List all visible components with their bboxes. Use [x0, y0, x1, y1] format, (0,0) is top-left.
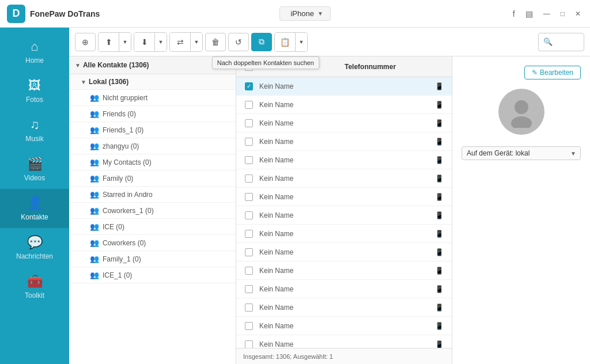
row-checkbox-0[interactable]	[241, 82, 257, 90]
device-icon: 📱	[431, 101, 447, 109]
add-button[interactable]: ⊕	[75, 33, 96, 51]
checkbox[interactable]	[245, 156, 253, 164]
sidebar-item-toolkit[interactable]: 🧰 Toolkit	[0, 267, 69, 306]
group-item-family1[interactable]: 👥 Family_1 (0)	[69, 251, 236, 267]
search-icon: 🔍	[543, 37, 553, 46]
edit-button[interactable]: ✎ Bearbeiten	[524, 66, 581, 79]
checkbox[interactable]	[245, 101, 253, 109]
table-row[interactable]: Kein Name 📱	[236, 169, 452, 188]
sidebar-item-home[interactable]: ⌂ Home	[0, 32, 69, 71]
facebook-icon[interactable]: f	[510, 7, 517, 21]
column-header-phone[interactable]: Telefonnummer	[345, 63, 431, 71]
checkbox[interactable]	[245, 322, 253, 330]
transfer-dropdown-button[interactable]: ▼	[191, 33, 202, 51]
table-row[interactable]: Kein Name 📱	[236, 317, 452, 335]
copy-contacts-button[interactable]: ⧉	[251, 33, 272, 51]
group-icon: 👥	[90, 206, 99, 215]
find-duplicates-button[interactable]: 📋	[275, 33, 296, 51]
group-item-coworkers1[interactable]: 👥 Coworkers_1 (0)	[69, 203, 236, 219]
sidebar-item-fotos[interactable]: 🖼 Fotos	[0, 71, 69, 111]
group-icon: 👥	[90, 158, 99, 166]
checkbox[interactable]	[245, 267, 253, 275]
sidebar-item-label-nachrichten: Nachrichten	[16, 252, 53, 260]
group-name: Family_1 (0)	[103, 255, 141, 263]
export-dropdown-button[interactable]: ▼	[155, 33, 167, 51]
table-row[interactable]: Kein Name 📱	[236, 151, 452, 169]
group-item-friends[interactable]: 👥 Friends (0)	[69, 106, 236, 122]
checkbox[interactable]	[245, 193, 253, 201]
group-name: Nicht gruppiert	[103, 94, 148, 102]
checkbox[interactable]	[245, 82, 253, 90]
checkbox[interactable]	[245, 248, 253, 256]
group-item-zhangyu[interactable]: 👥 zhangyu (0)	[69, 138, 236, 154]
refresh-icon: ↺	[235, 37, 242, 47]
group-item-family[interactable]: 👥 Family (0)	[69, 170, 236, 187]
sidebar-item-label-kontakte: Kontakte	[21, 213, 48, 221]
maximize-icon[interactable]: □	[558, 9, 567, 19]
minimize-icon[interactable]: —	[541, 9, 553, 19]
sidebar-item-musik[interactable]: ♫ Musik	[0, 111, 69, 150]
group-item-coworkers[interactable]: 👥 Coworkers (0)	[69, 235, 236, 251]
table-row[interactable]: Kein Name 📱	[236, 225, 452, 243]
sidebar-item-videos[interactable]: 🎬 Videos	[0, 150, 69, 189]
group-icon: 👥	[90, 93, 99, 102]
table-row[interactable]: Kein Name 📱	[236, 298, 452, 317]
export-button[interactable]: ⬇	[134, 33, 155, 51]
checkbox[interactable]	[245, 340, 253, 348]
import-button[interactable]: ⬆	[99, 33, 119, 51]
find-dup-chevron-icon: ▼	[299, 39, 304, 45]
table-row[interactable]: Kein Name 📱	[236, 261, 452, 280]
checkbox[interactable]	[245, 211, 253, 219]
table-row[interactable]: Kein Name 📱	[236, 206, 452, 225]
close-icon[interactable]: ✕	[573, 9, 583, 19]
contact-list: Kein Name 📱 Kein Name 📱 Kein Name	[236, 77, 452, 348]
group-item-starred[interactable]: 👥 Starred in Andro	[69, 187, 236, 203]
checkbox[interactable]	[245, 285, 253, 293]
group-item-ice[interactable]: 👥 ICE (0)	[69, 219, 236, 235]
group-item-ice1[interactable]: 👥 ICE_1 (0)	[69, 267, 236, 283]
music-icon: ♫	[30, 117, 40, 132]
device-icon: 📱	[431, 211, 447, 219]
group-item-mycontacts[interactable]: 👥 My Contacts (0)	[69, 154, 236, 170]
status-bar: Insgesamt: 1306; Ausgewählt: 1	[236, 348, 452, 364]
checkbox[interactable]	[245, 119, 253, 127]
checkbox[interactable]	[245, 304, 253, 312]
sidebar-item-nachrichten[interactable]: 💬 Nachrichten	[0, 228, 69, 267]
device-selector[interactable]: iPhone ▼	[279, 6, 330, 21]
device-select[interactable]: Auf dem Gerät: lokal	[462, 146, 581, 160]
contact-list-panel: Name ▲ Telefonnummer Kein Name	[236, 56, 452, 364]
delete-button[interactable]: 🗑	[205, 33, 226, 51]
table-row[interactable]: Kein Name 📱	[236, 132, 452, 151]
checkbox[interactable]	[245, 175, 253, 183]
transfer-button[interactable]: ⇄	[170, 33, 191, 51]
table-row[interactable]: Kein Name 📱	[236, 188, 452, 206]
group-item-nicht-gruppiert[interactable]: 👥 Nicht gruppiert	[69, 90, 236, 106]
table-row[interactable]: Kein Name 📱	[236, 243, 452, 261]
local-collapse-icon: ▼	[81, 79, 86, 85]
sidebar-item-label-home: Home	[25, 56, 44, 65]
find-duplicates-group: 📋 ▼ Nach doppelten Kontakten suchen	[274, 32, 308, 52]
message-icon[interactable]: ▤	[523, 7, 535, 21]
local-label: Lokal (1306)	[89, 78, 128, 86]
group-name: zhangyu (0)	[103, 142, 139, 150]
home-icon: ⌂	[31, 39, 38, 54]
group-name: Coworkers (0)	[103, 239, 146, 247]
transfer-chevron-icon: ▼	[194, 39, 199, 45]
checkbox[interactable]	[245, 138, 253, 146]
checkbox[interactable]	[245, 230, 253, 238]
group-item-friends1[interactable]: 👥 Friends_1 (0)	[69, 122, 236, 138]
import-dropdown-button[interactable]: ▼	[119, 33, 131, 51]
table-row[interactable]: Kein Name 📱	[236, 114, 452, 132]
search-box[interactable]: 🔍	[538, 33, 584, 51]
sidebar-item-kontakte[interactable]: 👤 Kontakte	[0, 189, 69, 228]
table-row[interactable]: Kein Name 📱	[236, 335, 452, 348]
table-row[interactable]: Kein Name 📱	[236, 280, 452, 298]
all-contacts-header[interactable]: ▼ Alle Kontakte (1306)	[69, 56, 236, 74]
find-dup-dropdown-button[interactable]: ▼	[296, 33, 307, 51]
refresh-button[interactable]: ↺	[228, 33, 249, 51]
table-row[interactable]: Kein Name 📱	[236, 96, 452, 114]
table-row[interactable]: Kein Name 📱	[236, 77, 452, 96]
device-select-wrapper[interactable]: Auf dem Gerät: lokal ▼	[462, 146, 581, 160]
local-group-header[interactable]: ▼ Lokal (1306)	[69, 74, 236, 90]
search-input[interactable]	[555, 38, 579, 46]
